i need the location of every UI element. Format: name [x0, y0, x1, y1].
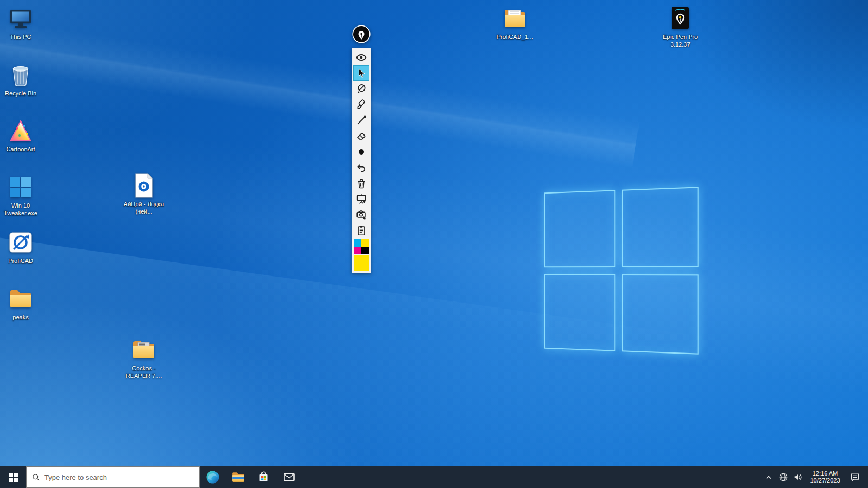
globe-network-icon	[778, 472, 788, 482]
epic-pen-screenshot-button[interactable]	[353, 207, 369, 222]
desktop-icon-this-pc[interactable]: This PC	[0, 5, 43, 41]
folder-icon	[8, 286, 34, 312]
desktop-icon-label: Cockos - REAPER 7....	[121, 364, 167, 380]
desktop-icon-label: ProfiCAD	[8, 257, 33, 265]
trash-icon	[355, 177, 367, 189]
speaker-volume-icon	[793, 472, 803, 482]
folder-icon	[131, 337, 157, 363]
show-desktop-button[interactable]	[865, 466, 868, 488]
epic-pen-toolbar	[352, 48, 371, 273]
tray-chevron-button[interactable]	[761, 466, 776, 488]
folder-icon	[502, 5, 528, 31]
desktop-icon-epic-pen-pro[interactable]: Epic Pen Pro 3.12.37	[658, 5, 703, 49]
dot-icon	[355, 146, 367, 158]
epic-pen-app-icon	[667, 5, 693, 31]
desktop-icon-label: peaks	[12, 313, 28, 321]
desktop-icon-cockos-reaper-folder[interactable]: Cockos - REAPER 7....	[121, 337, 167, 380]
windows-logo-pane	[544, 190, 615, 267]
microsoft-store-icon	[257, 471, 270, 484]
windows-logo-pane	[622, 274, 698, 355]
epic-pen-visibility-toggle[interactable]	[353, 49, 369, 65]
document-icon	[131, 172, 157, 198]
palette-magenta-swatch[interactable]	[354, 247, 361, 254]
proficad-app-icon	[8, 229, 34, 255]
desktop-icon-label: Epic Pen Pro 3.12.37	[658, 33, 703, 49]
camera-icon	[355, 209, 367, 221]
palette-yellow-swatch[interactable]	[361, 239, 369, 247]
tray-clock[interactable]: 12:16 AM 10/27/2023	[805, 466, 845, 488]
taskbar-mail-button[interactable]	[276, 466, 302, 488]
taskbar-edge-button[interactable]	[200, 466, 225, 488]
epic-pen-line-tool[interactable]	[353, 112, 369, 128]
epic-pen-size-indicator[interactable]	[353, 144, 369, 159]
desktop-icon-recycle-bin[interactable]: Recycle Bin	[0, 62, 43, 97]
desktop-icon-cartoonart[interactable]: CartoonArt	[0, 118, 43, 153]
desktop-icon-label: CartoonArt	[6, 145, 35, 153]
tray-volume-button[interactable]	[790, 466, 805, 488]
windows-hero-logo	[544, 187, 699, 354]
epic-pen-logo-button[interactable]	[352, 25, 371, 43]
epic-pen-pen-tool[interactable]	[353, 81, 369, 97]
epic-pen-whiteboard-button[interactable]	[353, 191, 369, 207]
system-tray: 12:16 AM 10/27/2023	[761, 466, 868, 488]
palette-black-swatch[interactable]	[361, 247, 369, 254]
epic-pen-clear-button[interactable]	[353, 175, 369, 191]
desktop-icon-win10-tweaker[interactable]: Win 10 Tweaker.exe	[0, 174, 43, 217]
desktop-icon-label: АйЦой - Лодка (ней...	[121, 200, 167, 216]
desktop-icon-label: Recycle Bin	[5, 89, 36, 97]
windows-logo-pane	[544, 274, 615, 351]
chevron-up-icon	[763, 472, 774, 483]
clock-date: 10/27/2023	[810, 477, 840, 484]
desktop-icon-label: This PC	[10, 33, 31, 41]
undo-arrow-icon	[355, 162, 367, 174]
epic-pen-clipboard-button[interactable]	[353, 222, 369, 238]
cartoonart-image-icon	[8, 118, 34, 144]
epic-pen-undo-button[interactable]	[353, 159, 369, 175]
wallpaper-light-ray	[0, 10, 640, 169]
desktop-icon-peaks-folder[interactable]: peaks	[0, 286, 43, 321]
action-center-button[interactable]	[845, 466, 865, 488]
search-icon	[32, 473, 40, 481]
action-center-icon	[850, 472, 860, 483]
desktop-icon-label: ProfiCAD_1...	[496, 33, 533, 41]
windows-flag-icon	[8, 174, 34, 200]
epic-pen-color-palette[interactable]	[354, 239, 369, 254]
this-pc-icon	[8, 5, 34, 31]
line-icon	[355, 114, 367, 126]
start-button[interactable]	[0, 466, 26, 488]
taskbar-search-box[interactable]	[26, 466, 200, 488]
epic-pen-highlighter-tool[interactable]	[353, 97, 369, 112]
taskbar-file-explorer-button[interactable]	[225, 466, 251, 488]
desktop-icon-aytsoy-file[interactable]: АйЦой - Лодка (ней...	[121, 172, 167, 216]
clipboard-icon	[355, 224, 367, 236]
tray-network-button[interactable]	[776, 466, 790, 488]
edge-browser-icon	[206, 470, 220, 484]
epic-pen-current-color[interactable]	[354, 255, 369, 271]
file-explorer-icon	[231, 470, 245, 484]
eraser-icon	[355, 130, 367, 142]
whiteboard-screen-icon	[355, 193, 367, 205]
desktop-icon-proficad-folder[interactable]: ProfiCAD_1...	[492, 5, 538, 41]
epic-pen-cursor-tool[interactable]	[353, 65, 369, 81]
taskbar-store-button[interactable]	[251, 466, 276, 488]
highlighter-icon	[355, 99, 367, 111]
cursor-arrow-icon	[355, 67, 367, 79]
palette-cyan-swatch[interactable]	[354, 239, 361, 247]
recycle-bin-icon	[8, 62, 34, 88]
desktop-wallpaper	[0, 0, 868, 488]
taskbar: 12:16 AM 10/27/2023	[0, 466, 868, 488]
epic-pen-logo-icon	[352, 25, 371, 43]
eye-icon	[355, 52, 367, 63]
pen-icon	[355, 83, 367, 95]
desktop-icon-label: Win 10 Tweaker.exe	[0, 202, 43, 217]
mail-icon	[283, 471, 296, 484]
windows-logo-pane	[622, 187, 698, 267]
epic-pen-eraser-tool[interactable]	[353, 128, 369, 144]
clock-time: 12:16 AM	[813, 470, 838, 477]
desktop-icon-proficad-app[interactable]: ProfiCAD	[0, 229, 43, 265]
windows-start-icon	[9, 473, 18, 482]
search-input[interactable]	[44, 473, 194, 481]
